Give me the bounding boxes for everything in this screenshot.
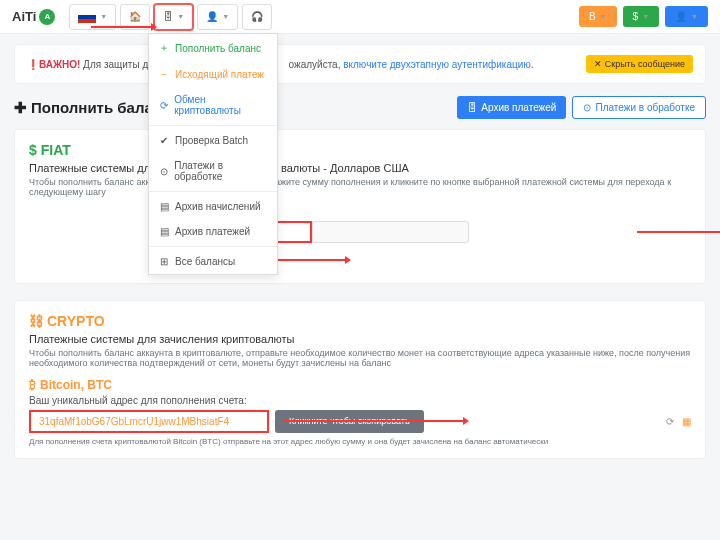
- menu-exchange[interactable]: ⟳Обмен криптовалюты: [149, 87, 277, 123]
- menu-outgoing[interactable]: −Исходящий платеж: [149, 62, 277, 87]
- btc-title: ₿Bitcoin, BTC: [29, 378, 691, 392]
- usd-balance-button[interactable]: $▼: [623, 6, 660, 27]
- menu-checkbatch[interactable]: ✔Проверка Batch: [149, 128, 277, 153]
- annotation-arrow: [637, 231, 720, 233]
- hide-alert-button[interactable]: ✕ Скрыть сообщение: [586, 55, 693, 73]
- support-button[interactable]: 🎧: [242, 4, 272, 30]
- annotation-arrow: [275, 259, 345, 261]
- menu-archive-pay[interactable]: ▤Архив платежей: [149, 219, 277, 244]
- finance-dropdown: ＋Пополнить баланс −Исходящий платеж ⟳Обм…: [148, 33, 278, 275]
- enable-2fa-link[interactable]: включите двухэтапную аутентификацию: [343, 59, 531, 70]
- btc-balance-button[interactable]: B▼: [579, 6, 617, 27]
- menu-topup[interactable]: ＋Пополнить баланс: [149, 34, 277, 62]
- finance-menu-button[interactable]: 🗄▼: [154, 4, 193, 30]
- refresh-icon[interactable]: ⟳: [666, 416, 674, 427]
- menu-allbal[interactable]: ⊞Все балансы: [149, 249, 277, 274]
- bitcoin-icon: ₿: [29, 378, 36, 392]
- crypto-icon: ⛓: [29, 313, 43, 329]
- annotation-arrow: [91, 26, 151, 28]
- crypto-title: ⛓CRYPTO: [29, 313, 691, 329]
- account-button[interactable]: 👤▼: [665, 6, 708, 27]
- amount-addon: [312, 221, 469, 243]
- logo: AiTiA: [12, 9, 55, 25]
- fiat-title: $FIAT: [29, 142, 691, 158]
- users-menu-button[interactable]: 👤▼: [197, 4, 238, 30]
- btc-address[interactable]: 31qfaMf1obG67GbLmcrU1jww1MBhsiatF4: [29, 410, 269, 433]
- menu-inproc[interactable]: ⊙Платежи в обработке: [149, 153, 277, 189]
- flag-ru-icon: [78, 11, 96, 23]
- crypto-card: ⛓CRYPTO Платежные системы для зачисления…: [14, 300, 706, 459]
- btc-footnote: Для пополнения счета криптовалютой Bitco…: [29, 437, 691, 446]
- annotation-arrow: [283, 420, 463, 422]
- qr-icon[interactable]: ▦: [682, 416, 691, 427]
- alert-icon: ❗: [27, 59, 39, 70]
- fiat-card: $FIAT Платежные системы длxxxxxxxxxxxxxx…: [14, 129, 706, 284]
- security-alert: ❗ВАЖНО! Для защиты достуxxxxxxxxxxxxxxxx…: [14, 44, 706, 84]
- page-title: ✚Пополнить баланс: [14, 99, 170, 117]
- menu-archive-acc[interactable]: ▤Архив начислений: [149, 194, 277, 219]
- dollar-icon: $: [29, 142, 37, 158]
- inprocess-button[interactable]: ⊙ Платежи в обработке: [572, 96, 706, 119]
- archive-button[interactable]: 🗄 Архив платежей: [457, 96, 566, 119]
